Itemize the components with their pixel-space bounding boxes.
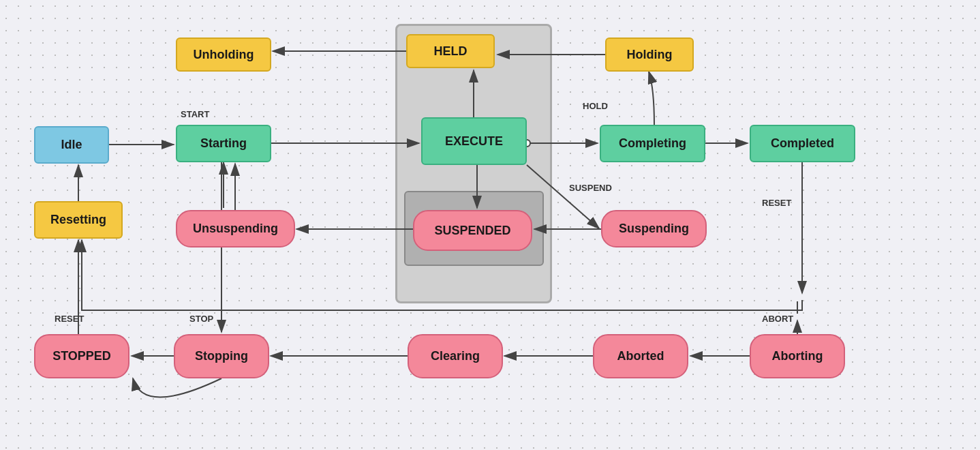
- label-start: START: [181, 109, 209, 119]
- state-unholding: Unholding: [176, 38, 271, 72]
- label-suspend: SUSPEND: [569, 183, 612, 193]
- state-unsuspending-label: Unsuspending: [193, 222, 278, 236]
- state-stopped-label: STOPPED: [52, 349, 111, 363]
- state-execute-label: EXECUTE: [445, 134, 503, 149]
- label-stop: STOP: [189, 314, 213, 324]
- state-aborted-label: Aborted: [617, 349, 664, 363]
- state-stopping: Stopping: [174, 334, 269, 378]
- label-hold: HOLD: [583, 101, 608, 111]
- state-idle: Idle: [34, 126, 109, 164]
- state-idle-label: Idle: [61, 138, 82, 152]
- state-aborting: Aborting: [750, 334, 845, 378]
- state-resetting: Resetting: [34, 201, 123, 239]
- state-resetting-label: Resetting: [50, 213, 106, 227]
- state-starting-label: Starting: [200, 136, 247, 151]
- state-suspended: SUSPENDED: [413, 210, 532, 251]
- state-holding-label: Holding: [627, 48, 673, 62]
- label-reset-bottom: RESET: [55, 314, 84, 324]
- state-holding: Holding: [605, 38, 694, 72]
- state-stopping-label: Stopping: [195, 349, 248, 363]
- state-machine-diagram: Idle Starting Unholding HELD Holding EXE…: [0, 0, 980, 450]
- label-abort: ABORT: [762, 314, 793, 324]
- state-suspended-label: SUSPENDED: [434, 224, 510, 238]
- state-suspending-label: Suspending: [619, 222, 689, 236]
- label-reset-top: RESET: [762, 198, 791, 208]
- state-completing: Completing: [600, 125, 705, 162]
- state-clearing: Clearing: [408, 334, 503, 378]
- state-held-label: HELD: [434, 44, 468, 59]
- state-unsuspending: Unsuspending: [176, 210, 295, 247]
- state-stopped: STOPPED: [34, 334, 129, 378]
- state-aborted: Aborted: [593, 334, 688, 378]
- state-suspending: Suspending: [601, 210, 707, 247]
- state-aborting-label: Aborting: [772, 349, 823, 363]
- state-unholding-label: Unholding: [194, 48, 254, 62]
- state-starting: Starting: [176, 125, 271, 162]
- state-clearing-label: Clearing: [431, 349, 480, 363]
- state-held: HELD: [406, 34, 495, 68]
- state-completing-label: Completing: [619, 136, 686, 151]
- state-completed: Completed: [750, 125, 855, 162]
- state-completed-label: Completed: [771, 136, 834, 151]
- state-execute: EXECUTE: [421, 117, 527, 165]
